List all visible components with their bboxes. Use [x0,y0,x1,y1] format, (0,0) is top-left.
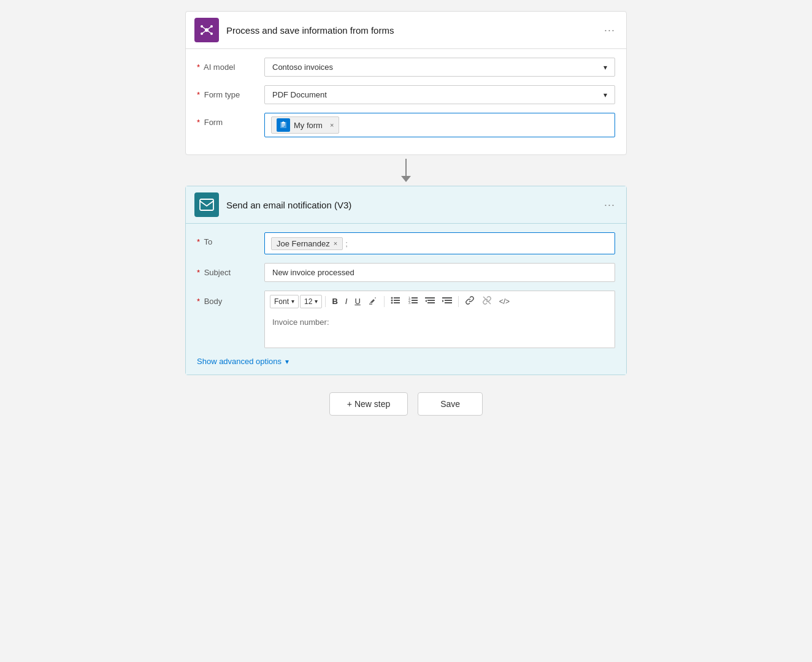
code-button[interactable]: </> [496,295,513,308]
body-row: * Body Font ▾ 12 ▾ [197,291,615,348]
svg-point-13 [391,302,393,304]
svg-line-7 [202,30,207,34]
ai-model-control[interactable]: Contoso invoices [264,58,615,77]
ai-model-row: * AI model Contoso invoices [197,58,615,77]
show-advanced-chevron-icon: ▾ [285,357,289,366]
svg-rect-9 [200,199,213,210]
to-row: * To Joe Fernandez × ; [197,232,615,254]
font-label: Font [274,297,289,306]
card1-menu-button[interactable]: ··· [602,21,618,39]
form-control[interactable]: My form × [264,113,615,137]
svg-text:3.: 3. [408,301,411,305]
ordered-list-button[interactable]: 1. 2. 3. [405,294,421,308]
ai-model-label: * AI model [197,58,264,72]
unlink-button[interactable] [479,294,495,309]
show-advanced-label: Show advanced options [197,357,282,366]
body-required-star: * [197,297,200,306]
card-process-forms: Process and save information from forms … [185,11,627,155]
to-tag-control[interactable]: Joe Fernandez × ; [264,232,615,254]
form-type-required-star: * [197,90,200,99]
italic-button[interactable]: I [342,295,351,308]
form-type-chevron-icon [603,90,607,99]
link-icon [465,295,475,305]
form-type-label: * Form type [197,85,264,99]
indent-increase-button[interactable] [439,294,455,308]
card2-body: * To Joe Fernandez × ; * [186,224,626,375]
subject-control[interactable]: New invoice processed [264,263,615,282]
svg-point-11 [391,297,393,299]
form-tag-icon [277,118,290,132]
form-type-value: PDF Document [272,90,327,99]
svg-rect-24 [427,300,435,301]
subject-row: * Subject New invoice processed [197,263,615,282]
subject-label: * Subject [197,263,264,277]
font-chevron-icon: ▾ [291,298,294,305]
body-label: * Body [197,291,264,306]
ai-model-value: Contoso invoices [272,63,333,72]
link-button[interactable] [462,294,478,309]
to-control[interactable]: Joe Fernandez × ; [264,232,615,254]
to-required-star: * [197,237,200,246]
card2-icon [194,192,219,217]
svg-rect-26 [442,297,452,299]
svg-line-5 [202,26,207,30]
svg-rect-22 [412,302,418,303]
new-step-button[interactable]: + New step [329,392,408,416]
form-type-select[interactable]: PDF Document [264,85,615,104]
form-type-control[interactable]: PDF Document [264,85,615,104]
connector-arrow [401,155,411,186]
card2-title: Send an email notification (V3) [226,200,602,210]
svg-rect-23 [425,297,435,299]
card2-header: Send an email notification (V3) ··· [186,186,626,224]
aibuilder-icon [199,23,214,37]
connector-arrowhead [401,176,411,182]
show-advanced-options[interactable]: Show advanced options ▾ [197,357,615,366]
subject-input[interactable]: New invoice processed [264,263,615,282]
ordered-list-icon: 1. 2. 3. [408,296,418,305]
to-tag-text: Joe Fernandez [277,239,330,248]
card1-title: Process and save information from forms [226,25,602,36]
form-tag-close-button[interactable]: × [330,121,334,129]
indent-decrease-button[interactable] [422,294,438,308]
svg-rect-27 [445,300,452,301]
subject-value: New invoice processed [272,268,354,277]
svg-line-8 [207,30,212,34]
to-tag: Joe Fernandez × [271,237,343,250]
to-label: * To [197,232,264,246]
form-tag-text: My form [294,121,323,130]
form-label: * Form [197,113,264,127]
form-tag-control[interactable]: My form × [264,113,615,137]
body-content: Invoice number: [272,318,329,327]
bold-button[interactable]: B [329,295,340,308]
svg-rect-15 [394,300,400,301]
font-select[interactable]: Font ▾ [270,295,299,308]
highlight-icon [368,295,378,305]
body-toolbar: Font ▾ 12 ▾ B I U [264,291,615,311]
indent-decrease-icon [425,296,435,305]
highlight-button[interactable] [365,294,381,309]
card2-menu-button[interactable]: ··· [602,196,618,214]
svg-rect-10 [369,303,372,305]
font-size-value: 12 [304,297,312,306]
form-required-star: * [197,118,200,127]
toolbar-divider-1 [325,296,326,307]
workflow-container: Process and save information from forms … [185,6,627,440]
underline-button[interactable]: U [351,295,363,308]
ai-model-required-star: * [197,63,200,72]
svg-line-6 [207,26,212,30]
ai-model-select[interactable]: Contoso invoices [264,58,615,77]
toolbar-divider-3 [458,296,459,307]
form-icon [279,121,288,129]
indent-increase-icon [442,296,452,305]
svg-rect-21 [412,300,418,301]
to-tag-close-button[interactable]: × [334,240,337,247]
save-button[interactable]: Save [418,392,483,416]
font-size-select[interactable]: 12 ▾ [300,295,322,308]
form-tag: My form × [271,116,339,134]
body-textarea[interactable]: Invoice number: [264,311,615,348]
card1-body: * AI model Contoso invoices * Form type [186,49,626,154]
bottom-buttons: + New step Save [329,392,483,416]
connector-line [405,159,407,176]
svg-rect-28 [445,302,452,303]
unordered-list-button[interactable] [388,294,404,308]
